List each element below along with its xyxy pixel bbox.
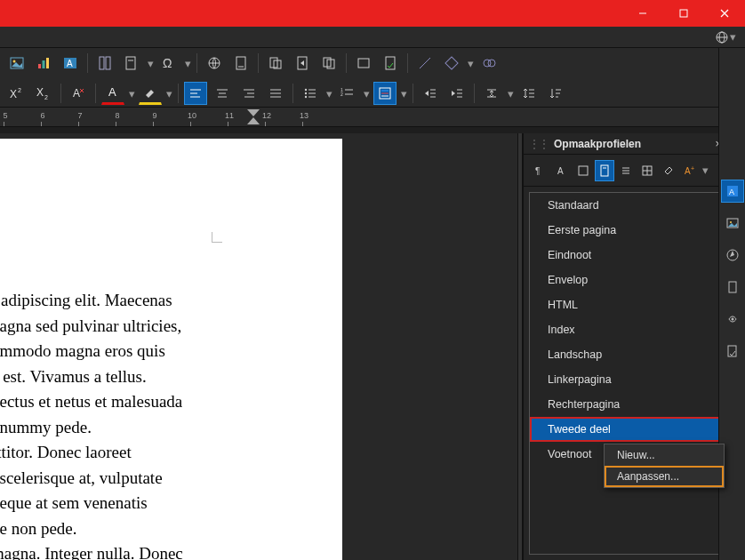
frame-styles-button[interactable] xyxy=(573,160,593,181)
svg-rect-27 xyxy=(358,59,369,68)
special-char-icon[interactable]: Ω xyxy=(157,52,180,75)
insert-field-icon[interactable] xyxy=(120,52,143,75)
clear-formatting-button[interactable]: A xyxy=(67,82,90,105)
svg-text:X: X xyxy=(36,86,44,99)
style-list-item[interactable]: Standaard xyxy=(530,193,739,218)
svg-text:A: A xyxy=(729,188,734,196)
styles-tab-button[interactable]: A xyxy=(721,180,744,203)
chevron-down-icon[interactable]: ▾ xyxy=(467,57,474,70)
page-styles-button[interactable] xyxy=(595,160,614,181)
style-list-item[interactable]: Index xyxy=(530,317,739,342)
page-tab-button[interactable] xyxy=(721,276,744,299)
chevron-down-icon[interactable]: ▾ xyxy=(701,164,709,177)
style-list-item[interactable]: Eindnoot xyxy=(530,243,739,268)
new-style-button[interactable]: A+ xyxy=(680,160,700,181)
chevron-down-icon[interactable]: ▾ xyxy=(128,87,135,100)
chevron-down-icon[interactable]: ▾ xyxy=(165,87,172,100)
number-list-button[interactable]: 12 xyxy=(336,82,359,105)
align-center-button[interactable] xyxy=(211,82,234,105)
line-spacing-button[interactable] xyxy=(517,82,541,105)
character-styles-button[interactable]: A xyxy=(552,160,572,181)
align-right-button[interactable] xyxy=(237,82,260,105)
fontwork-icon[interactable] xyxy=(477,52,501,75)
show-changes-icon[interactable] xyxy=(379,52,402,75)
toolbar-separator xyxy=(258,53,259,73)
svg-rect-15 xyxy=(106,57,110,69)
horizontal-ruler[interactable]: 5678910111213 xyxy=(0,108,745,127)
cross-ref-icon[interactable] xyxy=(291,52,314,75)
manage-changes-tab-button[interactable] xyxy=(721,340,744,363)
style-list-item[interactable]: Eerste pagina xyxy=(530,218,739,243)
decrease-indent-button[interactable] xyxy=(445,82,469,105)
comment-icon[interactable] xyxy=(317,52,340,75)
style-list-item[interactable]: Envelop xyxy=(530,268,739,292)
insert-textbox-icon[interactable]: A xyxy=(59,52,82,75)
align-left-button[interactable] xyxy=(184,82,207,105)
svg-rect-9 xyxy=(38,64,41,68)
bullet-list-button[interactable] xyxy=(299,82,322,105)
chevron-down-icon[interactable]: ▾ xyxy=(729,30,736,44)
style-list-item[interactable]: HTML xyxy=(530,292,739,317)
superscript-button[interactable]: X2 xyxy=(5,82,28,105)
subscript-button[interactable]: X2 xyxy=(32,82,55,105)
document-text-line: nectus et netus et malesuada xyxy=(0,389,324,415)
window-maximize-button[interactable] xyxy=(663,0,704,27)
globe-icon[interactable] xyxy=(715,30,729,44)
ruler-number: 13 xyxy=(297,111,311,120)
paragraph-styles-button[interactable]: ¶ xyxy=(531,160,550,181)
insert-chart-icon[interactable] xyxy=(32,52,55,75)
list-styles-button[interactable] xyxy=(616,160,636,181)
document-area[interactable]: r adipiscing elit. Maecenasnagna sed pul… xyxy=(0,133,517,560)
document-text-line: rttitor. Donec laoreet xyxy=(0,440,324,466)
toolbar-separator xyxy=(60,84,61,103)
style-list[interactable]: StandaardEerste paginaEindnootEnvelopHTM… xyxy=(529,192,740,555)
outline-button[interactable] xyxy=(373,82,397,105)
window-close-button[interactable] xyxy=(704,0,745,27)
page-break-icon[interactable] xyxy=(93,52,116,75)
track-changes-icon[interactable] xyxy=(352,52,375,75)
window-minimize-button[interactable] xyxy=(622,0,663,27)
increase-indent-button[interactable] xyxy=(419,82,442,105)
shape-icon[interactable] xyxy=(440,52,463,75)
svg-rect-28 xyxy=(386,57,395,69)
svg-point-103 xyxy=(731,318,733,321)
chevron-down-icon[interactable]: ▾ xyxy=(184,57,191,70)
footnote-icon[interactable] xyxy=(229,52,252,75)
para-spacing-inc-button[interactable] xyxy=(480,82,503,105)
indent-marker-bottom[interactable] xyxy=(247,117,260,124)
chevron-down-icon[interactable]: ▾ xyxy=(507,87,514,100)
chevron-down-icon[interactable]: ▾ xyxy=(363,87,370,100)
bookmark-icon[interactable] xyxy=(264,52,287,75)
ruler-number: 12 xyxy=(260,111,274,120)
formatting-toolbar: X2 X2 A A ▾ ▾ ▾ 12 ▾ ▾ ▾ xyxy=(5,78,740,105)
toolbar-separator xyxy=(407,53,408,73)
chevron-down-icon[interactable]: ▾ xyxy=(400,87,407,100)
chevron-down-icon[interactable]: ▾ xyxy=(147,57,154,70)
indent-marker-top[interactable] xyxy=(247,109,260,116)
font-color-button[interactable]: A xyxy=(101,82,124,105)
fill-format-button[interactable] xyxy=(659,160,678,181)
navigator-tab-button[interactable] xyxy=(721,244,744,267)
sort-button[interactable] xyxy=(544,82,567,105)
svg-rect-11 xyxy=(46,58,49,68)
svg-rect-102 xyxy=(729,282,736,292)
context-menu-item[interactable]: Nieuw... xyxy=(605,444,724,466)
style-list-item[interactable]: Rechterpagina xyxy=(530,392,739,417)
style-list-item[interactable]: Landschap xyxy=(530,342,739,367)
toolbar-separator xyxy=(346,53,347,73)
document-text-line: nagna sed pulvinar ultricies, xyxy=(0,314,324,340)
insert-image-icon[interactable] xyxy=(5,52,28,75)
table-styles-button[interactable] xyxy=(637,160,657,181)
svg-point-55 xyxy=(305,96,307,98)
style-list-item[interactable]: Linkerpagina xyxy=(530,367,739,392)
style-list-item[interactable]: Tweede deel xyxy=(530,417,739,442)
panel-grip-icon[interactable]: ⋮⋮ xyxy=(529,138,549,150)
context-menu-item[interactable]: Aanpassen... xyxy=(605,466,724,487)
hyperlink-icon[interactable] xyxy=(203,52,226,75)
highlight-color-button[interactable] xyxy=(139,82,162,105)
align-justify-button[interactable] xyxy=(264,82,287,105)
line-icon[interactable] xyxy=(413,52,437,75)
gallery-tab-button[interactable] xyxy=(721,212,744,235)
chevron-down-icon[interactable]: ▾ xyxy=(325,87,332,100)
style-inspector-tab-button[interactable] xyxy=(721,308,744,331)
